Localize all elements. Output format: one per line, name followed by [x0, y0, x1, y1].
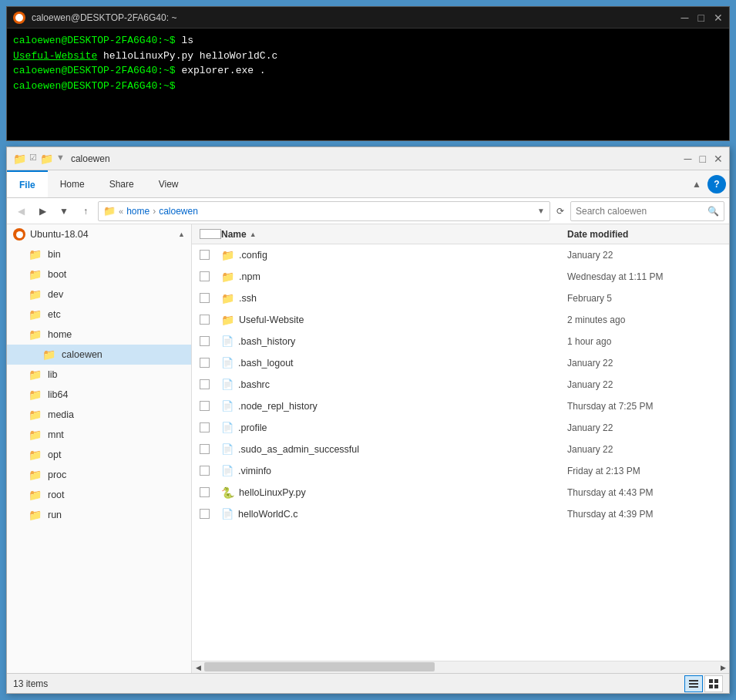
ribbon-tab-file[interactable]: File — [7, 170, 48, 197]
file-row-bash-history[interactable]: 📄 .bash_history 1 hour ago — [192, 331, 729, 352]
doc-icon-viminfo: 📄 — [221, 465, 234, 476]
sidebar-item-caloewen[interactable]: 📁 caloewen — [7, 345, 191, 365]
address-home-part[interactable]: home — [126, 206, 150, 217]
address-separator: › — [153, 206, 156, 217]
file-row-hello-py[interactable]: 🐍 helloLinuxPy.py Thursday at 4:43 PM — [192, 482, 729, 503]
horizontal-scrollbar[interactable]: ◀ ▶ — [192, 661, 729, 673]
sort-arrow-icon: ▲ — [250, 231, 257, 238]
file-row-viminfo[interactable]: 📄 .viminfo Friday at 2:13 PM — [192, 460, 729, 482]
sidebar-item-root[interactable]: 📁 root — [7, 485, 191, 505]
sidebar-item-home[interactable]: 📁 home — [7, 325, 191, 345]
sidebar-folder-icon-dev: 📁 — [29, 288, 42, 301]
explorer-minimize-button[interactable]: ─ — [684, 153, 692, 165]
file-row-bash-logout[interactable]: 📄 .bash_logout January 22 — [192, 352, 729, 374]
scroll-left-button[interactable]: ◀ — [192, 661, 204, 674]
checkbox-bash-history[interactable] — [200, 336, 210, 346]
checkbox-useful-website[interactable] — [200, 315, 210, 325]
file-row-sudo-admin[interactable]: 📄 .sudo_as_admin_successful January 22 — [192, 439, 729, 460]
scroll-right-button[interactable]: ▶ — [717, 661, 729, 674]
file-name-viminfo: 📄 .viminfo — [221, 465, 567, 476]
checkbox-hello-c[interactable] — [200, 509, 210, 519]
explorer-maximize-button[interactable]: □ — [700, 153, 706, 165]
forward-button[interactable]: ▶ — [33, 202, 52, 220]
file-row-bashrc[interactable]: 📄 .bashrc January 22 — [192, 374, 729, 395]
sidebar-label-run: run — [48, 510, 62, 520]
checkbox-sudo-admin[interactable] — [200, 444, 210, 454]
recent-button[interactable]: ▼ — [55, 202, 73, 220]
scroll-thumb[interactable] — [204, 662, 435, 671]
folder-icon-useful-website: 📁 — [221, 314, 234, 326]
terminal-title: caloewen@DESKTOP-2FA6G40: ~ — [32, 12, 681, 23]
file-label-bash-logout: .bash_logout — [238, 358, 294, 369]
sidebar-item-etc[interactable]: 📁 etc — [7, 305, 191, 325]
file-row-ssh[interactable]: 📁 .ssh February 5 — [192, 288, 729, 309]
sidebar-item-bin[interactable]: 📁 bin — [7, 244, 191, 264]
terminal-minimize-button[interactable]: ─ — [681, 12, 689, 24]
file-row-hello-c[interactable]: 📄 helloWorldC.c Thursday at 4:39 PM — [192, 503, 729, 525]
file-label-viminfo: .viminfo — [238, 466, 271, 476]
file-row-profile[interactable]: 📄 .profile January 22 — [192, 417, 729, 439]
ribbon: File Home Share View ▲ ? — [7, 170, 729, 198]
up-button[interactable]: ↑ — [76, 202, 95, 220]
file-name-ssh: 📁 .ssh — [221, 292, 567, 305]
checkbox-bashrc[interactable] — [200, 379, 210, 389]
svg-rect-1 — [689, 683, 698, 685]
file-date-hello-py: Thursday at 4:43 PM — [567, 487, 721, 498]
sidebar-item-opt[interactable]: 📁 opt — [7, 445, 191, 465]
sidebar-item-lib[interactable]: 📁 lib — [7, 365, 191, 385]
scroll-track[interactable] — [204, 661, 717, 673]
sidebar-item-boot[interactable]: 📁 boot — [7, 264, 191, 284]
ribbon-help-button[interactable]: ? — [707, 175, 726, 194]
sidebar-item-proc[interactable]: 📁 proc — [7, 465, 191, 485]
ribbon-tab-home[interactable]: Home — [48, 170, 97, 197]
details-view-button[interactable] — [684, 675, 703, 692]
checkbox-ssh[interactable] — [200, 293, 210, 303]
back-button[interactable]: ◀ — [12, 202, 30, 220]
ribbon-tab-share[interactable]: Share — [97, 170, 146, 197]
doc-icon-hello-c: 📄 — [221, 508, 234, 520]
checkbox-hello-py[interactable] — [200, 487, 210, 497]
checkbox-viminfo[interactable] — [200, 466, 210, 476]
sidebar-item-media[interactable]: 📁 media — [7, 405, 191, 425]
sidebar-item-dev[interactable]: 📁 dev — [7, 284, 191, 305]
terminal-prompt-1: caloewen@DESKTOP-2FA6G40:~$ — [13, 35, 176, 46]
sidebar-item-ubuntu[interactable]: Ubuntu-18.04 ▲ — [7, 224, 191, 244]
search-icon[interactable]: 🔍 — [707, 206, 719, 217]
folder-icon-ssh: 📁 — [221, 292, 234, 305]
terminal-close-button[interactable]: ✕ — [714, 12, 723, 24]
sidebar-item-run[interactable]: 📁 run — [7, 505, 191, 525]
explorer-close-button[interactable]: ✕ — [714, 153, 723, 165]
sidebar-label-boot: boot — [48, 269, 66, 280]
checkbox-node-repl[interactable] — [200, 401, 210, 411]
select-all-checkbox[interactable] — [200, 229, 221, 239]
svg-rect-3 — [709, 679, 713, 683]
file-name-useful-website: 📁 Useful-Website — [221, 314, 567, 326]
sidebar-item-lib64[interactable]: 📁 lib64 — [7, 385, 191, 405]
address-caloewen-part[interactable]: caloewen — [159, 206, 198, 217]
file-date-bashrc: January 22 — [567, 379, 721, 390]
address-path: home › caloewen — [126, 206, 537, 217]
ribbon-expand-button[interactable]: ▲ — [686, 179, 707, 190]
column-name[interactable]: Name ▲ — [221, 229, 567, 240]
ubuntu-icon — [13, 12, 25, 24]
file-row-useful-website[interactable]: 📁 Useful-Website 2 minutes ago — [192, 309, 729, 331]
sidebar-item-mnt[interactable]: 📁 mnt — [7, 425, 191, 445]
checkbox-npm[interactable] — [200, 271, 210, 281]
address-dropdown-button[interactable]: ▼ — [537, 207, 545, 215]
search-input[interactable] — [576, 206, 707, 217]
file-row-node-repl[interactable]: 📄 .node_repl_history Thursday at 7:25 PM — [192, 395, 729, 417]
ribbon-tab-view[interactable]: View — [146, 170, 191, 197]
checkbox-config[interactable] — [200, 250, 210, 260]
doc-icon-profile: 📄 — [221, 422, 234, 433]
address-bar[interactable]: 📁 « home › caloewen ▼ — [98, 201, 550, 221]
file-date-viminfo: Friday at 2:13 PM — [567, 466, 721, 476]
refresh-button[interactable]: ⟳ — [553, 206, 567, 217]
checkbox-bash-logout[interactable] — [200, 358, 210, 368]
terminal-maximize-button[interactable]: □ — [698, 12, 704, 24]
column-date-label: Date modified — [567, 229, 628, 240]
checkbox-profile[interactable] — [200, 422, 210, 432]
column-date[interactable]: Date modified — [567, 229, 721, 240]
file-row-npm[interactable]: 📁 .npm Wednesday at 1:11 PM — [192, 266, 729, 288]
file-row-config[interactable]: 📁 .config January 22 — [192, 244, 729, 266]
thumbnail-view-button[interactable] — [704, 675, 723, 692]
